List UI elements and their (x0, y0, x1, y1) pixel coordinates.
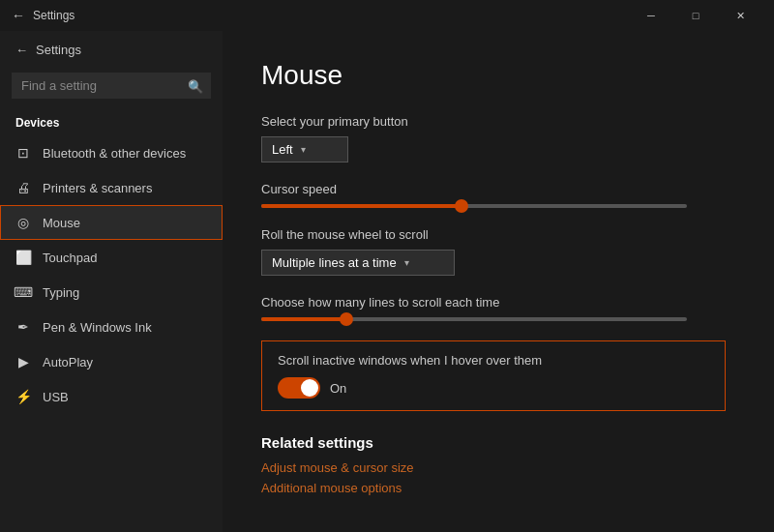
toggle-row: On (278, 377, 709, 399)
minimize-button[interactable]: ─ (629, 0, 673, 31)
sidebar: ← Settings 🔍 Devices ⊡ Bluetooth & other… (0, 31, 223, 532)
titlebar-title: Settings (33, 9, 74, 22)
page-title: Mouse (261, 60, 735, 91)
scroll-inactive-label: Scroll inactive windows when I hover ove… (278, 353, 709, 368)
titlebar-left: ← Settings (12, 8, 629, 23)
restore-button[interactable]: □ (673, 0, 718, 31)
toggle-state-label: On (330, 381, 346, 396)
scroll-wheel-dropdown[interactable]: Multiple lines at a time ▾ (261, 250, 455, 276)
sidebar-back[interactable]: ← Settings (0, 31, 223, 69)
sidebar-search-container: 🔍 (12, 73, 211, 99)
sidebar-item-label: AutoPlay (43, 355, 93, 369)
primary-button-dropdown[interactable]: Left ▾ (261, 136, 348, 163)
sidebar-item-label: USB (43, 390, 69, 404)
scroll-wheel-arrow: ▾ (404, 257, 409, 268)
sidebar-item-label: Mouse (43, 216, 80, 230)
primary-button-label: Select your primary button (261, 114, 735, 129)
related-link-cursor[interactable]: Adjust mouse & cursor size (261, 460, 735, 475)
related-settings-title: Related settings (261, 434, 735, 451)
sidebar-item-mouse[interactable]: ◎ Mouse (0, 205, 223, 240)
printers-icon: 🖨 (15, 180, 31, 195)
primary-button-arrow: ▾ (301, 144, 306, 155)
scroll-inactive-toggle[interactable] (278, 377, 320, 399)
scroll-lines-container: Choose how many lines to scroll each tim… (261, 295, 735, 321)
sidebar-back-label: Settings (36, 43, 81, 57)
autoplay-icon: ▶ (15, 354, 31, 369)
search-icon: 🔍 (188, 78, 203, 93)
sidebar-item-label: Bluetooth & other devices (43, 146, 186, 161)
sidebar-back-icon: ← (15, 43, 28, 57)
pen-icon: ✒ (15, 319, 31, 335)
sidebar-section-label: Devices (0, 108, 223, 135)
sidebar-item-label: Pen & Windows Ink (43, 320, 152, 335)
sidebar-item-autoplay[interactable]: ▶ AutoPlay (0, 344, 223, 379)
close-button[interactable]: ✕ (718, 0, 762, 31)
scroll-wheel-label: Roll the mouse wheel to scroll (261, 227, 735, 242)
scroll-lines-track[interactable] (261, 317, 687, 321)
sidebar-item-touchpad[interactable]: ⬜ Touchpad (0, 240, 223, 275)
titlebar-controls: ─ □ ✕ (629, 0, 762, 31)
back-icon[interactable]: ← (12, 8, 25, 23)
sidebar-item-label: Printers & scanners (43, 181, 152, 195)
cursor-speed-label: Cursor speed (261, 182, 735, 196)
sidebar-item-label: Typing (43, 285, 79, 300)
sidebar-item-pen[interactable]: ✒ Pen & Windows Ink (0, 310, 223, 344)
titlebar: ← Settings ─ □ ✕ (0, 0, 774, 31)
cursor-speed-thumb[interactable] (455, 199, 468, 213)
cursor-speed-fill (261, 204, 461, 208)
related-link-options[interactable]: Additional mouse options (261, 481, 735, 495)
search-input[interactable] (12, 73, 211, 99)
content-area: Mouse Select your primary button Left ▾ … (223, 31, 774, 532)
mouse-icon: ◎ (15, 215, 31, 230)
cursor-speed-container: Cursor speed (261, 182, 735, 208)
sidebar-item-usb[interactable]: ⚡ USB (0, 379, 223, 414)
sidebar-item-typing[interactable]: ⌨ Typing (0, 275, 223, 310)
sidebar-item-label: Touchpad (43, 251, 97, 265)
typing-icon: ⌨ (15, 284, 31, 300)
scroll-lines-thumb[interactable] (340, 312, 353, 326)
scroll-lines-fill (261, 317, 346, 321)
bluetooth-icon: ⊡ (15, 145, 31, 161)
sidebar-item-bluetooth[interactable]: ⊡ Bluetooth & other devices (0, 135, 223, 170)
app-body: ← Settings 🔍 Devices ⊡ Bluetooth & other… (0, 31, 774, 532)
sidebar-item-printers[interactable]: 🖨 Printers & scanners (0, 170, 223, 205)
primary-button-value: Left (272, 142, 293, 157)
touchpad-icon: ⬜ (15, 250, 31, 265)
usb-icon: ⚡ (15, 389, 31, 404)
scroll-wheel-value: Multiple lines at a time (272, 255, 397, 270)
scroll-lines-label: Choose how many lines to scroll each tim… (261, 295, 735, 310)
scroll-inactive-box: Scroll inactive windows when I hover ove… (261, 340, 726, 411)
cursor-speed-track[interactable] (261, 204, 687, 208)
